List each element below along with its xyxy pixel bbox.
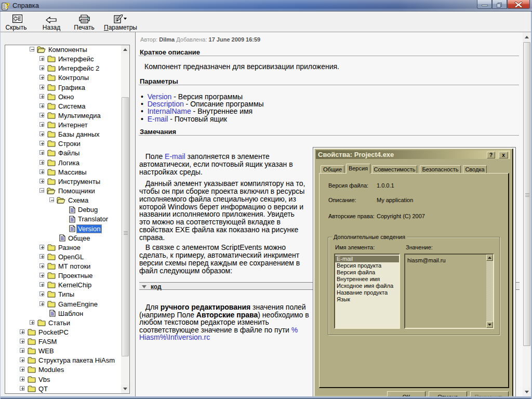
- svg-text:?: ?: [6, 2, 10, 10]
